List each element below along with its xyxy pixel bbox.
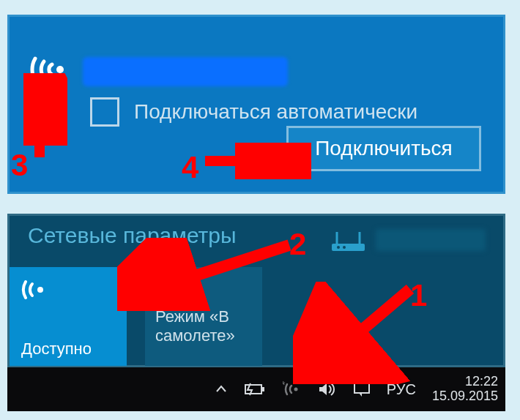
wifi-ssid-redacted [83, 57, 288, 86]
svg-rect-8 [262, 387, 264, 391]
arrow-3 [23, 73, 67, 161]
taskbar: * РУС 12:22 15.09.2015 [7, 367, 505, 411]
airplane-tile-label: Режим «В самолете» [155, 307, 252, 346]
svg-rect-11 [354, 383, 369, 393]
arrow-4 [201, 143, 311, 179]
svg-point-2 [337, 246, 340, 249]
svg-point-10 [294, 388, 297, 391]
connect-button-label: Подключиться [315, 137, 453, 160]
router-label-redacted [376, 229, 486, 251]
chevron-up-icon[interactable] [214, 382, 229, 397]
clock-date: 15.09.2015 [432, 389, 498, 404]
wifi-tile[interactable]: Доступно [10, 267, 127, 366]
auto-connect-checkbox[interactable] [90, 97, 119, 127]
svg-point-0 [56, 66, 64, 73]
clock[interactable]: 12:22 15.09.2015 [432, 375, 498, 404]
arrow-2 [117, 238, 300, 311]
svg-rect-1 [332, 244, 365, 251]
auto-connect-label: Подключаться автоматически [134, 100, 417, 124]
clock-time: 12:22 [465, 375, 498, 389]
battery-icon[interactable] [245, 382, 267, 397]
svg-point-3 [343, 246, 346, 249]
wifi-tile-label: Доступно [21, 340, 92, 359]
arrow-1 [293, 282, 425, 384]
connect-button[interactable]: Подключиться [286, 126, 481, 171]
wifi-icon [21, 277, 115, 302]
annotation-step-4: 4 [182, 150, 198, 185]
svg-point-6 [37, 287, 43, 293]
router-icon [328, 230, 368, 256]
